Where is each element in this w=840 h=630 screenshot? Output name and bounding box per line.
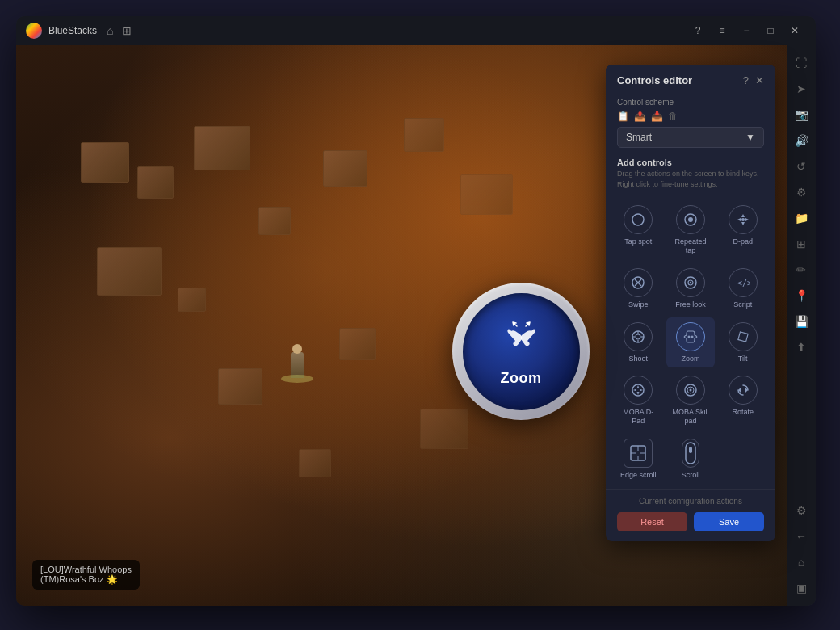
swipe-label: Swipe bbox=[628, 300, 649, 309]
app-name: BlueStacks bbox=[48, 25, 97, 36]
svg-point-0 bbox=[632, 214, 644, 225]
scheme-dropdown[interactable]: Smart ▼ bbox=[617, 127, 764, 148]
toolbar-btn-rotate[interactable]: ↺ bbox=[790, 155, 813, 178]
controls-grid: Tap spot Repeated tap bbox=[606, 195, 775, 489]
control-script[interactable]: </> Script bbox=[718, 263, 767, 314]
maximize-button[interactable]: □ bbox=[759, 19, 782, 42]
game-crate bbox=[178, 288, 206, 312]
dpad-icon bbox=[729, 205, 758, 234]
tap-spot-label: Tap spot bbox=[624, 237, 652, 246]
toolbar-btn-back[interactable]: ← bbox=[790, 525, 813, 548]
toolbar-btn-settings2[interactable]: ⚙ bbox=[790, 181, 813, 204]
control-zoom[interactable]: Zoom bbox=[666, 317, 716, 368]
scheme-export-icon[interactable]: 📤 bbox=[634, 111, 646, 122]
swipe-icon bbox=[624, 268, 653, 297]
reset-button[interactable]: Reset bbox=[617, 512, 687, 531]
zoom-label: Zoom bbox=[681, 355, 699, 363]
edge-scroll-icon bbox=[624, 439, 653, 468]
game-crate bbox=[218, 368, 262, 405]
app-window: BlueStacks ⌂ ⊞ ? ≡ − □ ✕ bbox=[16, 16, 816, 606]
save-button[interactable]: Save bbox=[694, 512, 764, 531]
minimize-button[interactable]: − bbox=[735, 19, 758, 42]
script-label: Script bbox=[733, 300, 752, 309]
scheme-value: Smart bbox=[626, 132, 652, 143]
control-moba-dpad[interactable]: MOBA D-Pad bbox=[614, 371, 663, 430]
add-controls-section: Add controls Drag the actions on the scr… bbox=[606, 154, 775, 195]
right-toolbar: ⛶ ➤ 📷 🔊 ↺ ⚙ 📁 ⊞ ✏ 📍 💾 ⬆ ⚙ ← ⌂ ▣ bbox=[787, 45, 816, 606]
control-scheme-section: Control scheme 📋 📤 📥 🗑 Smart ▼ bbox=[606, 94, 775, 154]
edge-scroll-label: Edge scroll bbox=[620, 471, 657, 480]
scheme-delete-icon[interactable]: 🗑 bbox=[668, 111, 678, 122]
panel-close-icon[interactable]: ✕ bbox=[755, 74, 764, 86]
svg-point-7 bbox=[741, 218, 745, 221]
svg-point-2 bbox=[688, 217, 693, 222]
control-moba-skill[interactable]: MOBA Skill pad bbox=[666, 371, 716, 430]
bluestacks-logo bbox=[26, 23, 42, 39]
game-crate bbox=[339, 328, 376, 360]
panel-help-icon[interactable]: ? bbox=[743, 74, 749, 86]
scheme-label: Control scheme bbox=[617, 98, 764, 107]
moba-skill-label: MOBA Skill pad bbox=[670, 408, 712, 426]
help-button[interactable]: ? bbox=[687, 19, 709, 42]
game-crate bbox=[81, 142, 129, 183]
svg-marker-24 bbox=[637, 385, 640, 388]
toolbar-btn-home[interactable]: ⌂ bbox=[790, 551, 813, 573]
svg-point-16 bbox=[636, 334, 640, 339]
scheme-import-icon[interactable]: 📥 bbox=[651, 111, 663, 122]
moba-skill-icon bbox=[676, 376, 705, 405]
svg-marker-6 bbox=[737, 218, 741, 221]
dpad-label: D-pad bbox=[733, 237, 753, 246]
home-icon[interactable]: ⌂ bbox=[107, 24, 113, 37]
rotate-label: Rotate bbox=[732, 408, 754, 417]
game-crate bbox=[460, 174, 513, 215]
toolbar-btn-camera[interactable]: 📷 bbox=[790, 103, 813, 126]
rotate-icon bbox=[729, 376, 758, 405]
add-controls-title: Add controls bbox=[617, 158, 764, 167]
panel-header: Controls editor ? ✕ bbox=[606, 65, 775, 94]
scheme-copy-icon[interactable]: 📋 bbox=[617, 111, 629, 122]
status-line1: [LOU]Wrathful Whoops bbox=[40, 565, 132, 574]
toolbar-btn-fullscreen[interactable]: ⛶ bbox=[790, 52, 813, 74]
svg-point-13 bbox=[690, 282, 691, 284]
shoot-label: Shoot bbox=[629, 355, 649, 363]
menu-button[interactable]: ≡ bbox=[711, 19, 733, 42]
toolbar-btn-layers2[interactable]: ⊞ bbox=[790, 233, 813, 255]
control-scroll[interactable]: Scroll bbox=[666, 434, 716, 485]
toolbar-btn-disk[interactable]: 💾 bbox=[790, 310, 813, 333]
toolbar-btn-cog[interactable]: ⚙ bbox=[790, 499, 813, 522]
layers-icon[interactable]: ⊞ bbox=[122, 24, 132, 37]
repeated-tap-label: Repeated tap bbox=[670, 237, 712, 255]
game-crate bbox=[404, 118, 444, 152]
control-free-look[interactable]: Free look bbox=[666, 263, 716, 314]
toolbar-btn-volume[interactable]: 🔊 bbox=[790, 129, 813, 152]
scroll-icon bbox=[682, 439, 699, 468]
svg-text:</>: </> bbox=[737, 279, 750, 288]
window-controls: ? ≡ − □ ✕ bbox=[687, 19, 806, 42]
control-dpad[interactable]: D-pad bbox=[718, 200, 767, 260]
tilt-label: Tilt bbox=[738, 355, 748, 363]
control-edge-scroll[interactable]: Edge scroll bbox=[614, 434, 663, 485]
toolbar-btn-up[interactable]: ⬆ bbox=[790, 336, 813, 359]
control-tap-spot[interactable]: Tap spot bbox=[614, 200, 663, 260]
control-swipe[interactable]: Swipe bbox=[614, 263, 663, 314]
control-repeated-tap[interactable]: Repeated tap bbox=[666, 200, 716, 260]
control-tilt[interactable]: Tilt bbox=[718, 317, 767, 368]
scroll-label: Scroll bbox=[682, 471, 700, 480]
control-shoot[interactable]: Shoot bbox=[614, 317, 663, 368]
game-crate bbox=[323, 150, 368, 187]
scheme-action-icons: 📋 📤 📥 🗑 bbox=[617, 111, 764, 122]
free-look-icon bbox=[676, 268, 705, 297]
control-rotate[interactable]: Rotate bbox=[718, 371, 767, 430]
add-controls-desc: Drag the actions on the screen to bind k… bbox=[617, 169, 764, 189]
svg-marker-5 bbox=[741, 222, 745, 225]
toolbar-btn-arrow[interactable]: ➤ bbox=[790, 78, 813, 100]
toolbar-btn-folder[interactable]: 📁 bbox=[790, 207, 813, 229]
game-character bbox=[291, 352, 304, 378]
toolbar-btn-pin[interactable]: 📍 bbox=[790, 284, 813, 307]
controls-editor-panel: Controls editor ? ✕ Control scheme 📋 📤 📥… bbox=[606, 65, 775, 541]
close-button[interactable]: ✕ bbox=[783, 19, 806, 42]
toolbar-btn-pencil[interactable]: ✏ bbox=[790, 258, 813, 281]
svg-point-30 bbox=[689, 389, 691, 392]
footer-label: Current configuration actions bbox=[617, 497, 764, 506]
toolbar-btn-square[interactable]: ▣ bbox=[790, 577, 813, 599]
